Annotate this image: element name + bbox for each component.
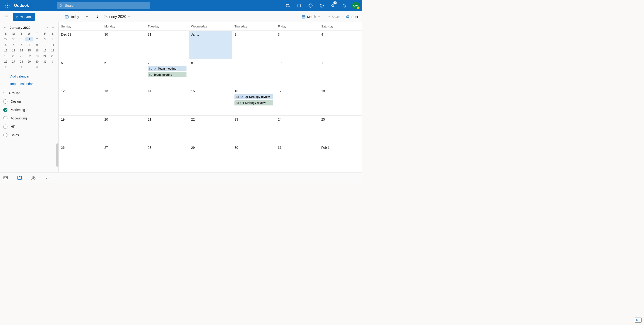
my-day-icon[interactable] (295, 0, 304, 11)
calendar-day-cell[interactable]: 14 (146, 87, 189, 116)
calendar-title-dropdown[interactable]: January 2020 (103, 15, 132, 19)
group-checkbox[interactable] (3, 100, 8, 104)
calendar-day-cell[interactable]: 31 (146, 31, 189, 59)
calendar-day-cell[interactable]: 21 (146, 116, 189, 144)
group-item[interactable]: HR (2, 122, 57, 131)
calendar-day-cell[interactable]: 12 (59, 87, 102, 116)
calendar-event[interactable]: 8aQ1 Strategy review (234, 94, 273, 100)
view-switcher-button[interactable]: Month (299, 12, 323, 22)
calendar-day-cell[interactable]: 8 (189, 59, 232, 87)
mini-day-cell[interactable]: 30 (10, 37, 18, 42)
calendar-day-cell[interactable]: 6 (102, 59, 145, 87)
calendar-day-cell[interactable]: 24 (276, 116, 319, 144)
calendar-day-cell[interactable]: 168aQ1 Strategy review8aQ1 Strategy revi… (232, 87, 276, 116)
calendar-day-cell[interactable]: 29 (189, 144, 232, 172)
calendar-day-cell[interactable]: 13 (102, 87, 145, 116)
mini-day-cell[interactable]: 9 (33, 43, 41, 47)
mini-day-cell[interactable]: 6 (33, 65, 41, 70)
calendar-day-cell[interactable]: 27 (102, 144, 145, 172)
calendar-day-cell[interactable]: 20 (102, 116, 145, 144)
calendar-day-cell[interactable]: Jan 1 (189, 31, 232, 59)
mini-calendar-prev-button[interactable] (45, 25, 50, 30)
toggle-sidebar-button[interactable] (2, 12, 11, 22)
mini-day-cell[interactable]: 3 (10, 65, 18, 70)
group-item[interactable]: Marketing (2, 106, 57, 114)
mini-day-cell[interactable]: 14 (18, 48, 26, 52)
mini-day-cell[interactable]: 13 (10, 48, 18, 52)
calendar-day-cell[interactable]: 17 (276, 87, 319, 116)
mail-module-icon[interactable] (3, 175, 8, 180)
calendar-day-cell[interactable]: 10 (276, 59, 319, 87)
mini-day-cell[interactable]: 25 (49, 54, 56, 58)
mini-calendar-collapse-button[interactable] (3, 26, 8, 30)
group-checkbox[interactable] (3, 124, 8, 129)
calendar-day-cell[interactable]: Dec 29 (59, 31, 102, 59)
calendar-day-cell[interactable]: 18 (319, 87, 362, 116)
mini-day-cell[interactable]: 3 (41, 37, 49, 42)
print-button[interactable]: Print (344, 12, 360, 22)
whats-new-icon[interactable]: 7 (328, 0, 338, 11)
calendar-day-cell[interactable]: 3 (276, 31, 319, 59)
calendar-day-cell[interactable]: 19 (59, 116, 102, 144)
mini-day-cell[interactable]: 8 (49, 65, 56, 70)
new-event-button[interactable]: New event (13, 13, 35, 21)
calendar-event[interactable]: 8aQ1 Strategy review (234, 100, 273, 106)
calendar-day-cell[interactable]: 11 (319, 59, 362, 87)
calendar-day-cell[interactable]: 31 (276, 144, 319, 172)
mini-day-cell[interactable]: 24 (41, 54, 49, 58)
meet-now-icon[interactable] (284, 0, 293, 11)
groups-header[interactable]: Groups (2, 90, 57, 96)
mini-day-cell[interactable]: 23 (33, 54, 41, 58)
calendar-day-cell[interactable]: 2 (232, 31, 276, 59)
calendar-event[interactable]: 8aTeam meeting (148, 72, 186, 77)
calendar-day-cell[interactable]: 22 (189, 116, 232, 144)
mini-day-cell[interactable]: 16 (33, 48, 41, 52)
mini-day-cell[interactable]: 1 (26, 37, 33, 42)
mini-day-cell[interactable]: 1 (49, 60, 56, 64)
mini-day-cell[interactable]: 5 (2, 43, 10, 47)
mini-day-cell[interactable]: 29 (26, 60, 33, 64)
calendar-day-cell[interactable]: 4 (319, 31, 362, 59)
mini-day-cell[interactable]: 31 (41, 60, 49, 64)
share-button[interactable]: Share (324, 12, 342, 22)
notifications-icon[interactable] (340, 0, 349, 11)
mini-day-cell[interactable]: 31 (18, 37, 26, 42)
app-launcher-icon[interactable] (2, 0, 13, 11)
group-item[interactable]: Design (2, 97, 57, 106)
mini-day-cell[interactable]: 20 (10, 54, 18, 58)
calendar-day-cell[interactable]: 9 (232, 59, 276, 87)
mini-day-cell[interactable]: 7 (18, 43, 26, 47)
mini-day-cell[interactable]: 19 (2, 54, 10, 58)
next-period-button[interactable] (93, 12, 102, 22)
calendar-day-cell[interactable]: 78aTeam meeting8aTeam meeting (146, 59, 189, 87)
calendar-day-cell[interactable]: 25 (319, 116, 362, 144)
group-checkbox[interactable] (3, 133, 8, 137)
group-checkbox[interactable] (3, 108, 8, 112)
calendar-day-cell[interactable]: 30 (102, 31, 145, 59)
calendar-day-cell[interactable]: 26 (59, 144, 102, 172)
sidebar-scrollbar-thumb[interactable] (56, 144, 58, 167)
mini-calendar-next-button[interactable] (50, 25, 56, 30)
people-module-icon[interactable] (31, 175, 36, 180)
mini-day-cell[interactable]: 26 (2, 60, 10, 64)
group-checkbox[interactable] (3, 116, 8, 120)
mini-day-cell[interactable]: 2 (33, 37, 41, 42)
search-box[interactable] (57, 2, 150, 9)
mini-day-cell[interactable]: 28 (18, 60, 26, 64)
brand-label[interactable]: Outlook (14, 3, 29, 8)
mini-day-cell[interactable]: 21 (18, 54, 26, 58)
mini-day-cell[interactable]: 6 (10, 43, 18, 47)
mini-day-cell[interactable]: 4 (18, 65, 26, 70)
mini-day-cell[interactable]: 10 (41, 43, 49, 47)
todo-module-icon[interactable] (45, 175, 50, 180)
mini-day-cell[interactable]: 5 (26, 65, 33, 70)
calendar-module-icon[interactable] (17, 175, 22, 180)
mini-day-cell[interactable]: 30 (33, 60, 41, 64)
group-item[interactable]: Sales (2, 131, 57, 139)
mini-day-cell[interactable]: 17 (41, 48, 49, 52)
mini-day-cell[interactable]: 2 (2, 65, 10, 70)
calendar-event[interactable]: 8aTeam meeting (148, 66, 186, 71)
calendar-day-cell[interactable]: 15 (189, 87, 232, 116)
today-button[interactable]: Today (62, 12, 81, 22)
calendar-day-cell[interactable]: 5 (59, 59, 102, 87)
